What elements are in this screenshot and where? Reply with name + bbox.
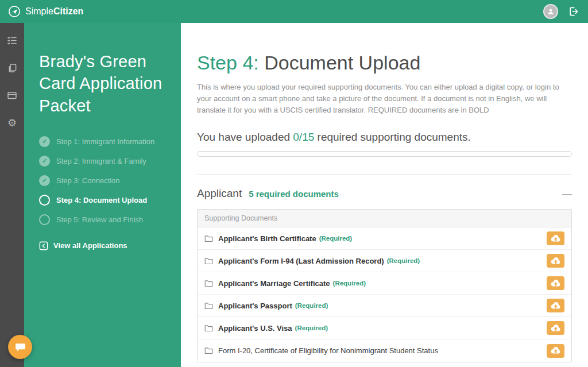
folder-icon bbox=[204, 257, 213, 265]
required-badge: (Required) bbox=[333, 280, 366, 287]
documents-icon[interactable] bbox=[6, 62, 18, 74]
brand-text: SimpleCitizen bbox=[25, 6, 83, 17]
supporting-documents-table: Supporting Documents Applicant's Birth C… bbox=[197, 209, 572, 362]
document-label: Applicant's Passport bbox=[218, 302, 292, 310]
sidebar-step-item[interactable]: ✓Step 3: Connection bbox=[39, 175, 166, 186]
upload-button[interactable] bbox=[547, 231, 564, 245]
folder-icon bbox=[204, 324, 213, 332]
required-badge: (Required) bbox=[295, 324, 328, 331]
required-badge: (Required) bbox=[319, 235, 353, 242]
sidebar: Brady's Green Card Application Packet ✓S… bbox=[24, 23, 181, 367]
gears-icon[interactable]: ⚙ bbox=[6, 117, 18, 129]
folder-icon bbox=[204, 347, 213, 354]
sidebar-step-item[interactable]: Step 5: Review and Finish bbox=[39, 214, 166, 225]
checklist-icon[interactable] bbox=[6, 34, 18, 46]
step-check-icon: ✓ bbox=[39, 136, 50, 147]
page-title-step: Step 4: bbox=[197, 52, 259, 74]
table-header: Supporting Documents bbox=[198, 210, 571, 227]
packet-title: Brady's Green Card Application Packet bbox=[39, 51, 166, 117]
applicant-label: Applicant bbox=[197, 187, 242, 200]
step-circle-icon bbox=[39, 214, 50, 225]
brand[interactable]: SimpleCitizen bbox=[8, 5, 83, 18]
required-badge: (Required) bbox=[387, 257, 420, 264]
required-badge: (Required) bbox=[295, 302, 328, 309]
upload-button[interactable] bbox=[547, 254, 564, 268]
page-title-name: Document Upload bbox=[264, 52, 420, 74]
folder-icon bbox=[204, 302, 213, 310]
uploaded-count: 0/15 bbox=[293, 131, 314, 143]
brand-simple: Simple bbox=[25, 6, 53, 16]
document-row: Applicant's Marriage Certificate(Require… bbox=[198, 272, 571, 295]
upload-button[interactable] bbox=[547, 276, 564, 290]
step-description: This is where you upload your required s… bbox=[197, 82, 572, 116]
upload-progress-text: You have uploaded 0/15 required supporti… bbox=[197, 131, 572, 144]
document-label: Applicant's Marriage Certificate bbox=[218, 279, 330, 288]
document-row: Applicant's U.S. Visa(Required) bbox=[198, 317, 571, 339]
upload-button[interactable] bbox=[547, 344, 564, 358]
user-avatar[interactable] bbox=[543, 4, 558, 19]
step-label: Step 3: Connection bbox=[56, 176, 120, 185]
view-all-applications[interactable]: View all Applications bbox=[39, 241, 166, 250]
documents-list: Applicant's Birth Certificate(Required)A… bbox=[198, 227, 571, 362]
wallet-icon[interactable] bbox=[6, 90, 18, 101]
applicant-section-header: Applicant 5 required documents — bbox=[197, 187, 572, 200]
icon-rail: ⚙ bbox=[0, 23, 24, 367]
cloud-upload-icon bbox=[551, 257, 560, 265]
cloud-upload-icon bbox=[551, 280, 560, 287]
cloud-upload-icon bbox=[551, 347, 560, 354]
step-label: Step 2: Immigrant & Family bbox=[56, 157, 146, 165]
upload-button[interactable] bbox=[547, 299, 564, 312]
step-label: Step 1: Immigrant Information bbox=[56, 137, 154, 146]
divider bbox=[197, 174, 572, 175]
sidebar-step-item[interactable]: ✓Step 2: Immigrant & Family bbox=[39, 156, 166, 167]
document-label: Form I-20, Certificate of Eligibility fo… bbox=[218, 346, 438, 355]
logout-icon[interactable] bbox=[567, 5, 580, 18]
brand-logo-icon bbox=[8, 5, 21, 18]
document-label: Applicant's Form I-94 (Last Admission Re… bbox=[218, 257, 384, 265]
step-check-icon: ✓ bbox=[39, 156, 50, 167]
topbar-right bbox=[543, 4, 580, 19]
document-label: Applicant's Birth Certificate bbox=[218, 234, 316, 243]
step-check-icon: ✓ bbox=[39, 175, 50, 186]
back-arrow-icon bbox=[39, 241, 48, 250]
upload-button[interactable] bbox=[547, 321, 564, 335]
step-label: Step 4: Document Upload bbox=[56, 196, 147, 204]
cloud-upload-icon bbox=[551, 324, 560, 332]
required-count-label: 5 required documents bbox=[249, 189, 339, 199]
document-row: Applicant's Passport(Required) bbox=[198, 295, 571, 317]
brand-citizen: Citizen bbox=[53, 6, 83, 16]
uploaded-after: required supporting documents. bbox=[318, 131, 471, 143]
cloud-upload-icon bbox=[551, 235, 560, 242]
sidebar-step-item[interactable]: ✓Step 1: Immigrant Information bbox=[39, 136, 166, 147]
folder-icon bbox=[204, 235, 213, 242]
sidebar-step-item[interactable]: Step 4: Document Upload bbox=[39, 195, 166, 206]
chat-button[interactable] bbox=[8, 335, 32, 359]
document-row: Applicant's Form I-94 (Last Admission Re… bbox=[198, 250, 571, 272]
folder-icon bbox=[204, 280, 213, 287]
steps-list: ✓Step 1: Immigrant Information✓Step 2: I… bbox=[39, 136, 166, 225]
document-row: Applicant's Birth Certificate(Required) bbox=[198, 227, 571, 250]
step-circle-icon bbox=[39, 195, 50, 206]
step-label: Step 5: Review and Finish bbox=[56, 215, 143, 224]
page-title: Step 4: Document Upload bbox=[197, 52, 572, 74]
topbar: SimpleCitizen bbox=[0, 0, 588, 23]
upload-progress-bar bbox=[197, 151, 572, 157]
uploaded-before: You have uploaded bbox=[197, 131, 290, 143]
document-label: Applicant's U.S. Visa bbox=[218, 324, 292, 333]
document-row: Form I-20, Certificate of Eligibility fo… bbox=[198, 339, 571, 362]
main-content: Step 4: Document Upload This is where yo… bbox=[181, 23, 588, 367]
view-all-label: View all Applications bbox=[53, 241, 127, 250]
collapse-section-icon[interactable]: — bbox=[562, 189, 572, 199]
cloud-upload-icon bbox=[551, 302, 560, 310]
